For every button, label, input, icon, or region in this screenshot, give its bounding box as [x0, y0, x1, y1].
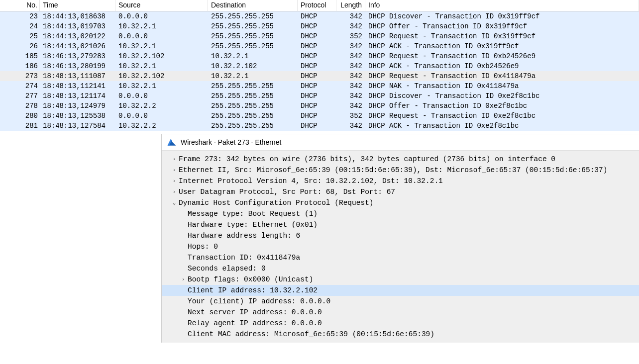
packet-row[interactable]: 2518:44:13,0201220.0.0.0255.255.255.255D… — [0, 31, 639, 41]
details-titlebar[interactable]: Wireshark · Paket 273 · Ethernet — [162, 134, 639, 151]
cell-info: DHCP ACK - Transaction ID 0xb24526e9 — [365, 61, 639, 71]
tree-ip-label: Internet Protocol Version 4, Src: 10.32.… — [179, 176, 443, 186]
expand-icon[interactable]: › — [170, 176, 179, 186]
field-label: Hardware type: Ethernet (0x01) — [188, 219, 318, 230]
field-label: Next server IP address: 0.0.0.0 — [188, 307, 322, 318]
dhcp-relay-agent-ip[interactable]: Relay agent IP address: 0.0.0.0 — [162, 318, 639, 329]
col-header-source[interactable]: Source — [115, 0, 208, 11]
packet-row[interactable]: 27818:48:13,12497910.32.2.2255.255.255.2… — [0, 101, 639, 111]
cell-len: 342 — [336, 61, 365, 71]
packet-list-body: 2318:44:13,0186380.0.0.0255.255.255.255D… — [0, 11, 639, 131]
cell-proto: DHCP — [298, 31, 336, 41]
expand-icon[interactable]: › — [170, 186, 179, 197]
dhcp-transaction-id[interactable]: Transaction ID: 0x4118479a — [162, 252, 639, 263]
cell-time: 18:44:13,019703 — [40, 21, 115, 31]
cell-no: 273└ — [0, 71, 40, 81]
field-label: Bootp flags: 0x0000 (Unicast) — [188, 274, 313, 285]
tree-frame[interactable]: › Frame 273: 342 bytes on wire (2736 bit… — [162, 154, 639, 165]
dhcp-next-server-ip[interactable]: Next server IP address: 0.0.0.0 — [162, 307, 639, 318]
packet-list: No. Time Source Destination Protocol Len… — [0, 0, 639, 131]
tree-ip[interactable]: › Internet Protocol Version 4, Src: 10.3… — [162, 176, 639, 186]
col-header-protocol[interactable]: Protocol — [298, 0, 336, 11]
packet-row[interactable]: 2418:44:13,01970310.32.2.1255.255.255.25… — [0, 21, 639, 31]
expand-icon[interactable]: › — [170, 165, 179, 176]
cell-proto: DHCP — [298, 11, 336, 21]
cell-dst: 255.255.255.255 — [208, 31, 298, 41]
cell-src: 0.0.0.0 — [115, 111, 208, 121]
packet-row[interactable]: 2618:44:13,02102610.32.2.1255.255.255.25… — [0, 41, 639, 51]
collapse-icon[interactable]: ⌄ — [170, 197, 179, 208]
packet-row[interactable]: 186│18:46:13,28019910.32.2.110.32.2.102D… — [0, 61, 639, 71]
cell-no: 277 — [0, 91, 40, 101]
details-window-title: Wireshark · Paket 273 · Ethernet — [181, 138, 281, 146]
cell-info: DHCP Discover - Transaction ID 0x319ff9c… — [365, 11, 639, 21]
packet-row[interactable]: 2318:44:13,0186380.0.0.0255.255.255.255D… — [0, 11, 639, 21]
cell-time: 18:48:13,127584 — [40, 121, 115, 131]
packet-row[interactable]: 28018:48:13,1255380.0.0.0255.255.255.255… — [0, 111, 639, 121]
cell-proto: DHCP — [298, 91, 336, 101]
cell-len: 342 — [336, 41, 365, 51]
cell-dst: 255.255.255.255 — [208, 81, 298, 91]
cell-no: 26 — [0, 41, 40, 51]
cell-src: 10.32.2.102 — [115, 51, 208, 61]
packet-row[interactable]: 28118:48:13,12758410.32.2.2255.255.255.2… — [0, 121, 639, 131]
cell-len: 342 — [336, 51, 365, 61]
dhcp-hops[interactable]: Hops: 0 — [162, 241, 639, 252]
col-header-time[interactable]: Time — [40, 0, 115, 11]
dhcp-bootp-flags[interactable]: › Bootp flags: 0x0000 (Unicast) — [162, 274, 639, 285]
col-header-length[interactable]: Length — [336, 0, 365, 11]
packet-row[interactable]: 273└18:48:13,11108710.32.2.10210.32.2.1D… — [0, 71, 639, 81]
cell-src: 10.32.2.1 — [115, 61, 208, 71]
dhcp-seconds-elapsed[interactable]: Seconds elapsed: 0 — [162, 263, 639, 274]
cell-info: DHCP ACK - Transaction ID 0x319ff9cf — [365, 41, 639, 51]
cell-proto: DHCP — [298, 121, 336, 131]
dhcp-client-mac[interactable]: Client MAC address: Microsof_6e:65:39 (0… — [162, 329, 639, 340]
wireshark-icon — [167, 137, 177, 147]
field-label: Client MAC address: Microsof_6e:65:39 (0… — [188, 329, 434, 340]
dhcp-message-type[interactable]: Message type: Boot Request (1) — [162, 208, 639, 219]
cell-no: 186│ — [0, 61, 40, 71]
cell-proto: DHCP — [298, 71, 336, 81]
col-header-info[interactable]: Info — [365, 0, 639, 11]
dhcp-client-ip[interactable]: Client IP address: 10.32.2.102 — [162, 285, 639, 296]
tree-dhcp[interactable]: ⌄ Dynamic Host Configuration Protocol (R… — [162, 197, 639, 208]
cell-info: DHCP Offer - Transaction ID 0x319ff9cf — [365, 21, 639, 31]
cell-proto: DHCP — [298, 41, 336, 51]
cell-dst: 255.255.255.255 — [208, 91, 298, 101]
cell-dst: 255.255.255.255 — [208, 11, 298, 21]
tree-udp[interactable]: › User Datagram Protocol, Src Port: 68, … — [162, 186, 639, 197]
cell-no: 25 — [0, 31, 40, 41]
cell-no: 185┌ — [0, 51, 40, 61]
cell-time: 18:48:13,121174 — [40, 91, 115, 101]
col-header-destination[interactable]: Destination — [208, 0, 298, 11]
col-header-no[interactable]: No. — [0, 0, 40, 11]
packet-list-header: No. Time Source Destination Protocol Len… — [0, 0, 639, 11]
cell-dst: 255.255.255.255 — [208, 121, 298, 131]
packet-row[interactable]: 27718:48:13,1211740.0.0.0255.255.255.255… — [0, 91, 639, 101]
cell-proto: DHCP — [298, 61, 336, 71]
cell-src: 10.32.2.1 — [115, 21, 208, 31]
dhcp-hardware-type[interactable]: Hardware type: Ethernet (0x01) — [162, 219, 639, 230]
tree-ethernet[interactable]: › Ethernet II, Src: Microsof_6e:65:39 (0… — [162, 165, 639, 176]
cell-len: 352 — [336, 31, 365, 41]
cell-dst: 10.32.2.102 — [208, 61, 298, 71]
cell-len: 342 — [336, 71, 365, 81]
tree-ethernet-label: Ethernet II, Src: Microsof_6e:65:39 (00:… — [179, 165, 607, 176]
tree-dhcp-label: Dynamic Host Configuration Protocol (Req… — [179, 197, 374, 208]
packet-row[interactable]: 27418:48:13,11214110.32.2.1255.255.255.2… — [0, 81, 639, 91]
expand-icon[interactable]: › — [179, 274, 188, 285]
cell-src: 0.0.0.0 — [115, 91, 208, 101]
cell-len: 342 — [336, 11, 365, 21]
dhcp-hardware-length[interactable]: Hardware address length: 6 — [162, 230, 639, 241]
packet-row[interactable]: 185┌18:46:13,27928310.32.2.10210.32.2.1D… — [0, 51, 639, 61]
dhcp-your-ip[interactable]: Your (client) IP address: 0.0.0.0 — [162, 296, 639, 307]
field-label: Relay agent IP address: 0.0.0.0 — [188, 318, 322, 329]
cell-proto: DHCP — [298, 21, 336, 31]
cell-time: 18:48:13,124979 — [40, 101, 115, 111]
cell-src: 10.32.2.2 — [115, 101, 208, 111]
cell-proto: DHCP — [298, 51, 336, 61]
cell-time: 18:46:13,279283 — [40, 51, 115, 61]
expand-icon[interactable]: › — [170, 154, 179, 165]
cell-time: 18:46:13,280199 — [40, 61, 115, 71]
cell-time: 18:48:13,111087 — [40, 71, 115, 81]
